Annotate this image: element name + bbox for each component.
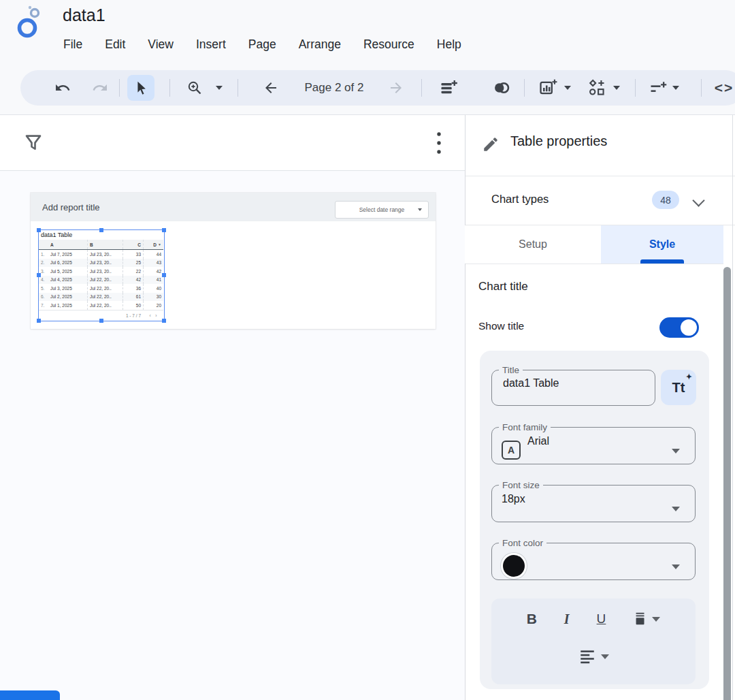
- menu-file[interactable]: File: [63, 37, 82, 52]
- chart-types-count-badge: 48: [652, 191, 679, 209]
- title-field: Title: [491, 365, 655, 406]
- toolbar-divider: [421, 79, 422, 97]
- table-pagination-row: 1 - 7 / 7 ‹ ›: [39, 310, 163, 321]
- blend-data-button[interactable]: [490, 70, 513, 106]
- toolbar-divider: [524, 79, 525, 97]
- col-header-d[interactable]: D▼: [143, 240, 163, 249]
- font-color-label: Font color: [499, 538, 546, 548]
- report-title-placeholder[interactable]: Add report title: [42, 193, 100, 221]
- community-visualizations-caret[interactable]: [611, 70, 622, 106]
- menu-page[interactable]: Page: [248, 37, 276, 52]
- font-color-caret[interactable]: [672, 564, 680, 569]
- table-row: 2. Jul 6, 2025 Jul 23, 20.. 25 43: [39, 259, 163, 268]
- menu-arrange[interactable]: Arrange: [299, 37, 341, 52]
- date-range-control[interactable]: Select date range: [335, 201, 429, 219]
- toolbar-divider: [119, 79, 120, 97]
- menu-insert[interactable]: Insert: [196, 37, 226, 52]
- tab-setup[interactable]: Setup: [465, 225, 601, 264]
- undo-button[interactable]: [53, 70, 72, 106]
- add-chart-caret[interactable]: [562, 70, 573, 106]
- table-chart[interactable]: data1 Table A B C D▼ 1. Jul 7, 2025 Jul …: [39, 230, 163, 320]
- next-page-button[interactable]: [387, 70, 406, 106]
- title-field-label: Title: [499, 365, 523, 375]
- edit-pencil-icon: [482, 136, 500, 153]
- pager-prev[interactable]: ‹: [150, 313, 151, 318]
- font-family-value: Arial: [527, 435, 695, 447]
- underline-button[interactable]: U: [597, 611, 606, 626]
- toolbar-divider: [701, 79, 702, 97]
- font-color-swatch[interactable]: [503, 555, 525, 577]
- page-indicator[interactable]: Page 2 of 2: [290, 70, 378, 106]
- show-title-label: Show title: [478, 320, 524, 332]
- font-family-field[interactable]: Font family A Arial: [491, 422, 696, 464]
- pagination-label: 1 - 7 / 7: [39, 311, 143, 321]
- date-range-caret: [418, 208, 422, 211]
- fill-color-caret: [652, 617, 660, 622]
- col-header-c[interactable]: C: [122, 240, 143, 249]
- table-row: 1. Jul 7, 2025 Jul 23, 20.. 33 44: [39, 250, 163, 259]
- select-tool-button[interactable]: [131, 70, 150, 106]
- font-family-label: Font family: [499, 422, 551, 432]
- table-row: 7. Jul 1, 2025 Jul 22, 20.. 50 20: [39, 301, 163, 310]
- filter-bar: + Add quick filter Reset: [0, 115, 465, 171]
- font-family-icon: A: [502, 441, 521, 460]
- align-caret[interactable]: [601, 654, 609, 659]
- chart-title-heading: Chart title: [478, 280, 528, 293]
- toggle-knob: [681, 319, 697, 336]
- align-left-icon[interactable]: [578, 648, 597, 665]
- chart-types-label: Chart types: [491, 193, 549, 206]
- filter-funnel-icon[interactable]: [23, 131, 44, 153]
- text-format-toolbar: B I U: [491, 599, 696, 684]
- col-header-a[interactable]: A: [48, 240, 87, 249]
- add-control-button[interactable]: [648, 70, 668, 106]
- panel-title: Table properties: [510, 133, 607, 149]
- notification-sliver: [0, 690, 60, 700]
- panel-scrollbar[interactable]: [723, 267, 731, 700]
- looker-studio-logo: [16, 4, 46, 41]
- table-row: 4. Jul 4, 2025 Jul 22, 20.. 42 41: [39, 276, 163, 285]
- toolbar-divider: [635, 79, 636, 97]
- table-row: 3. Jul 5, 2025 Jul 23, 20.. 22 42: [39, 267, 163, 276]
- pager-next[interactable]: ›: [155, 313, 157, 318]
- tab-style[interactable]: Style: [601, 225, 723, 264]
- table-header-row: A B C D▼: [39, 240, 163, 250]
- menu-resource[interactable]: Resource: [363, 37, 414, 52]
- menu-edit[interactable]: Edit: [105, 37, 125, 52]
- font-size-caret[interactable]: [672, 507, 680, 511]
- panel-divider: [466, 264, 723, 264]
- add-control-caret[interactable]: [670, 70, 681, 106]
- menu-help[interactable]: Help: [437, 37, 461, 52]
- previous-page-button[interactable]: [261, 70, 280, 106]
- menu-bar: File Edit View Insert Page Arrange Resou…: [63, 35, 461, 54]
- zoom-dropdown-caret[interactable]: [214, 70, 225, 106]
- bold-button[interactable]: B: [527, 611, 537, 627]
- toolbar-divider: [238, 79, 238, 97]
- font-color-field[interactable]: Font color: [491, 538, 696, 580]
- menu-view[interactable]: View: [148, 37, 174, 52]
- fill-color-icon: [633, 611, 648, 626]
- font-family-caret[interactable]: [672, 449, 680, 454]
- add-data-button[interactable]: [437, 70, 460, 106]
- font-size-value: 18px: [502, 493, 695, 505]
- community-visualizations-button[interactable]: [585, 70, 608, 106]
- table-row: 6. Jul 2, 2025 Jul 22, 20.. 61 30: [39, 293, 163, 302]
- embed-code-icon[interactable]: <>: [709, 70, 735, 106]
- title-input[interactable]: [502, 377, 634, 390]
- col-header-b[interactable]: B: [87, 240, 122, 249]
- sparkle-icon: ✦: [686, 372, 692, 381]
- italic-button[interactable]: I: [564, 611, 570, 627]
- report-title[interactable]: data1: [63, 5, 105, 25]
- panel-edge-divider: [732, 115, 733, 700]
- more-options-kebab[interactable]: [434, 129, 444, 157]
- app-header: data1 File Edit View Insert Page Arrange…: [0, 0, 735, 114]
- show-title-toggle[interactable]: [659, 317, 699, 338]
- ai-generate-title-button[interactable]: Tt ✦: [661, 370, 696, 405]
- add-chart-button[interactable]: [538, 70, 558, 106]
- redo-button[interactable]: [91, 70, 110, 106]
- toolbar-divider: [169, 79, 170, 97]
- zoom-tool-button[interactable]: [185, 70, 204, 106]
- table-chart-title: data1 Table: [39, 230, 163, 240]
- fill-color-button[interactable]: [633, 611, 660, 626]
- date-range-label: Select date range: [359, 206, 405, 213]
- font-size-field[interactable]: Font size 18px: [491, 480, 696, 522]
